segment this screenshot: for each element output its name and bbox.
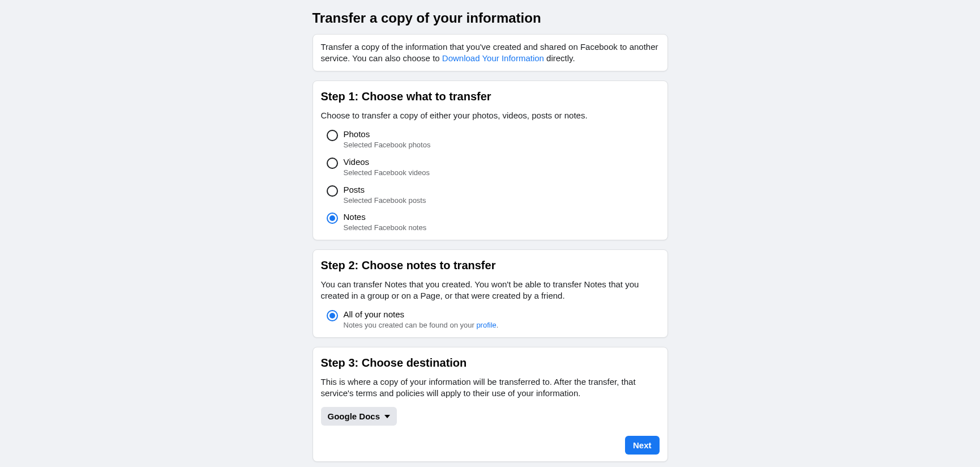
step1-options: Photos Selected Facebook photos Videos S…: [321, 129, 660, 234]
option-sublabel: Selected Facebook videos: [344, 168, 430, 178]
intro-card: Transfer a copy of the information that …: [313, 34, 668, 71]
step1-description: Choose to transfer a copy of either your…: [321, 110, 660, 121]
option-sublabel: Selected Facebook photos: [344, 141, 431, 150]
option-sublabel: Selected Facebook notes: [344, 223, 427, 233]
option-sub-before: Notes you created can be found on your: [344, 321, 477, 329]
step1-option-photos[interactable]: Photos Selected Facebook photos: [327, 129, 660, 150]
step2-options: All of your notes Notes you created can …: [321, 309, 660, 330]
page-title: Transfer a copy of your information: [313, 10, 668, 26]
step3-card: Step 3: Choose destination This is where…: [313, 347, 668, 462]
step2-card: Step 2: Choose notes to transfer You can…: [313, 249, 668, 338]
option-label: Photos: [344, 129, 431, 139]
option-label: Posts: [344, 185, 426, 195]
destination-selected-label: Google Docs: [328, 411, 380, 421]
option-label: Notes: [344, 212, 427, 222]
download-your-information-link[interactable]: Download Your Information: [442, 53, 544, 63]
step1-option-notes[interactable]: Notes Selected Facebook notes: [327, 212, 660, 233]
radio-icon: [327, 310, 338, 321]
intro-text-after: directly.: [544, 53, 575, 63]
step1-option-videos[interactable]: Videos Selected Facebook videos: [327, 157, 660, 178]
step3-title: Step 3: Choose destination: [321, 356, 660, 370]
step2-description: You can transfer Notes that you created.…: [321, 279, 660, 302]
radio-icon: [327, 185, 338, 197]
option-label: All of your notes: [344, 309, 499, 320]
profile-link[interactable]: profile: [476, 321, 496, 329]
step2-title: Step 2: Choose notes to transfer: [321, 259, 660, 272]
step1-card: Step 1: Choose what to transfer Choose t…: [313, 80, 668, 241]
chevron-down-icon: [384, 415, 390, 418]
option-label: Videos: [344, 157, 430, 167]
radio-icon: [327, 213, 338, 224]
option-sub-after: .: [497, 321, 499, 329]
radio-icon: [327, 158, 338, 169]
radio-icon: [327, 130, 338, 141]
next-button[interactable]: Next: [625, 436, 660, 455]
step1-title: Step 1: Choose what to transfer: [321, 90, 660, 103]
option-sublabel: Notes you created can be found on your p…: [344, 321, 499, 330]
option-sublabel: Selected Facebook posts: [344, 196, 426, 206]
intro-text: Transfer a copy of the information that …: [321, 41, 660, 64]
step2-option-all-notes[interactable]: All of your notes Notes you created can …: [327, 309, 660, 330]
step3-description: This is where a copy of your information…: [321, 376, 660, 399]
step1-option-posts[interactable]: Posts Selected Facebook posts: [327, 185, 660, 206]
destination-select[interactable]: Google Docs: [321, 407, 397, 426]
